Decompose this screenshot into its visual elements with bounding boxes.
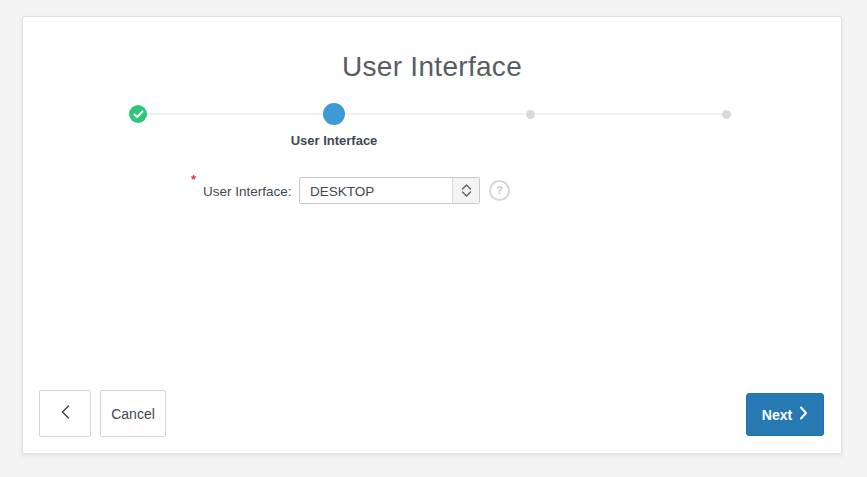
check-icon (133, 105, 144, 123)
stepper-line (138, 113, 726, 115)
user-interface-select-value: DESKTOP (310, 184, 374, 199)
required-marker: * (191, 172, 196, 187)
user-interface-label: User Interface: (203, 184, 292, 199)
step-pending-marker (722, 110, 731, 119)
user-interface-select[interactable]: DESKTOP (299, 177, 480, 204)
wizard-card: User Interface User Interface * User Int… (22, 16, 842, 454)
step-pending-marker (526, 110, 535, 119)
active-step-label: User Interface (254, 133, 414, 148)
help-icon[interactable]: ? (489, 180, 510, 201)
next-button[interactable]: Next (746, 393, 824, 436)
step-done-marker (129, 105, 147, 123)
page-title: User Interface (23, 51, 841, 83)
step-active-marker (323, 103, 345, 125)
chevron-right-icon (799, 406, 808, 423)
chevron-left-icon (60, 404, 71, 423)
cancel-button[interactable]: Cancel (100, 390, 166, 437)
user-interface-form-row: * User Interface: DESKTOP ? (23, 177, 841, 205)
page-background: User Interface User Interface * User Int… (0, 0, 867, 477)
select-spinner-icon[interactable] (452, 178, 479, 203)
back-button[interactable] (39, 390, 91, 437)
next-button-label: Next (762, 407, 792, 423)
